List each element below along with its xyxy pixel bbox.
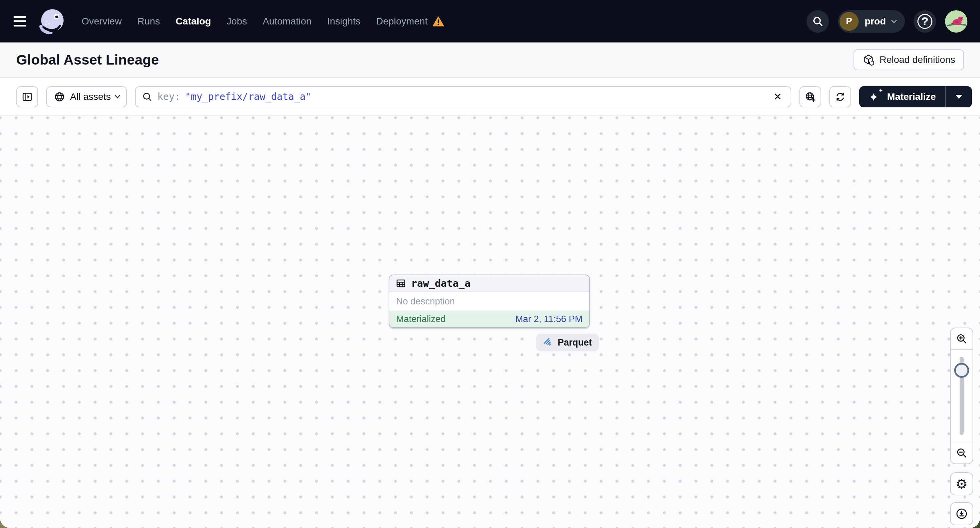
chevron-down-icon xyxy=(891,17,897,23)
zoom-slider xyxy=(951,349,972,442)
refresh-icon xyxy=(834,91,846,103)
top-navbar: Overview Runs Catalog Jobs Automation In… xyxy=(0,0,980,43)
zoom-control-panel xyxy=(950,328,973,464)
select-all-assets-button[interactable] xyxy=(799,86,821,107)
zoom-out-icon xyxy=(956,447,968,459)
nav-item-automation[interactable]: Automation xyxy=(263,16,312,27)
nav-item-catalog[interactable]: Catalog xyxy=(175,16,211,27)
asset-scope-dropdown[interactable]: All assets xyxy=(46,86,127,107)
chevron-down-icon xyxy=(115,93,120,98)
asset-status-row[interactable]: Materialized Mar 2, 11:56 PM xyxy=(389,311,589,327)
menu-icon[interactable] xyxy=(14,12,33,31)
user-avatar[interactable] xyxy=(945,10,967,33)
search-icon xyxy=(812,16,824,27)
app-window: Overview Runs Catalog Jobs Automation In… xyxy=(0,0,980,528)
asset-name: raw_data_a xyxy=(411,277,471,289)
lineage-toolbar: All assets key:"my_prefix/raw_data_a" ✕ xyxy=(0,78,980,116)
lineage-canvas[interactable]: raw_data_a No description Materialized M… xyxy=(0,116,980,528)
reload-definitions-button[interactable]: Reload definitions xyxy=(853,49,964,70)
nav-links: Overview Runs Catalog Jobs Automation In… xyxy=(82,16,444,27)
help-icon: ? xyxy=(918,14,932,29)
deployment-label: prod xyxy=(865,16,886,27)
download-icon xyxy=(955,507,968,520)
materialize-options-button[interactable] xyxy=(945,86,972,107)
dagster-logo-icon[interactable] xyxy=(37,7,67,36)
nav-item-insights[interactable]: Insights xyxy=(327,16,360,27)
status-badge: Materialized xyxy=(396,314,446,325)
search-icon xyxy=(142,91,153,102)
table-icon xyxy=(396,278,406,289)
caret-down-icon xyxy=(956,95,963,99)
asset-node-raw-data-a[interactable]: raw_data_a No description Materialized M… xyxy=(389,274,590,328)
nav-item-overview[interactable]: Overview xyxy=(82,16,122,27)
refresh-graph-button[interactable] xyxy=(829,86,851,107)
panel-expand-icon xyxy=(21,91,33,103)
asset-search-input[interactable]: key:"my_prefix/raw_data_a" ✕ xyxy=(135,86,791,107)
download-image-button[interactable] xyxy=(950,502,973,525)
global-search-button[interactable] xyxy=(807,10,829,33)
asset-node-header: raw_data_a xyxy=(389,275,589,292)
materialize-split-button: ✦ ✦ Materialize xyxy=(859,86,972,107)
sparkles-icon: ✦ ✦ xyxy=(869,89,882,104)
asset-description: No description xyxy=(389,292,589,311)
reload-definitions-icon xyxy=(862,54,875,66)
open-left-panel-button[interactable] xyxy=(16,86,38,107)
nav-item-runs[interactable]: Runs xyxy=(137,16,160,27)
page-header: Global Asset Lineage Reload definitions xyxy=(0,43,980,78)
zoom-slider-knob[interactable] xyxy=(954,363,969,378)
search-query-prefix: key: xyxy=(158,91,180,102)
help-button[interactable]: ? xyxy=(914,10,936,33)
zoom-in-icon xyxy=(956,333,968,345)
globe-icon xyxy=(54,91,65,103)
materialize-button[interactable]: ✦ ✦ Materialize xyxy=(859,86,945,107)
nav-item-deployment[interactable]: Deployment xyxy=(376,16,444,27)
status-timestamp: Mar 2, 11:56 PM xyxy=(515,314,582,325)
graph-settings-button[interactable]: ⚙ xyxy=(950,472,973,495)
globe-add-icon xyxy=(805,91,816,103)
clear-search-button[interactable]: ✕ xyxy=(768,87,787,106)
asset-tag-parquet[interactable]: Parquet xyxy=(536,334,599,351)
zoom-in-button[interactable] xyxy=(951,328,972,349)
gear-icon: ⚙ xyxy=(956,477,968,491)
warning-icon xyxy=(433,16,444,27)
page-title: Global Asset Lineage xyxy=(16,52,159,68)
deployment-switcher[interactable]: P prod xyxy=(838,10,905,33)
parquet-icon xyxy=(543,338,553,347)
zoom-out-button[interactable] xyxy=(951,442,972,463)
search-query-value: "my_prefix/raw_data_a" xyxy=(185,91,311,102)
deployment-avatar: P xyxy=(840,12,859,31)
navbar-right: P prod ? xyxy=(807,10,967,33)
bird-avatar-icon xyxy=(945,10,967,33)
nav-item-jobs[interactable]: Jobs xyxy=(227,16,247,27)
